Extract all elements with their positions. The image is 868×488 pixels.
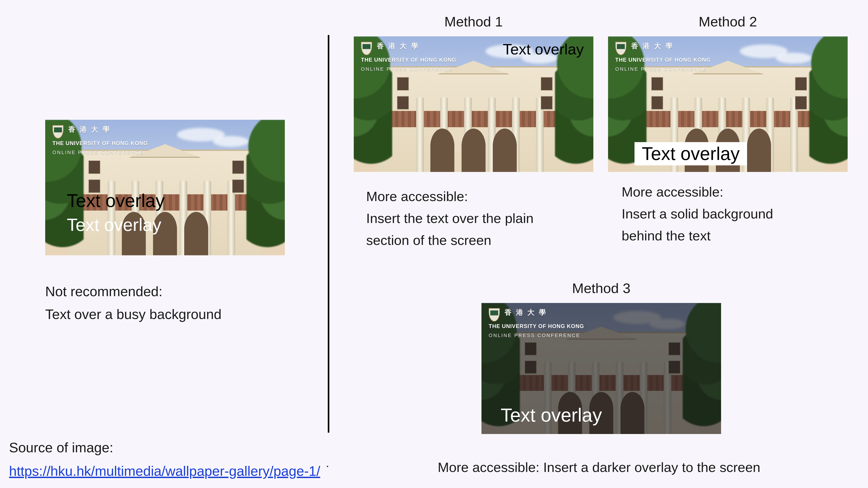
hku-badge: 香 港 大 學 THE UNIVERSITY OF HONG KONG ONLI… [53,125,148,156]
overlay-text-plain-section: Text overlay [503,40,584,58]
overlay-text-solid-bg: Text overlay [634,142,747,165]
badge-line1: 香 港 大 學 [68,125,111,133]
badge-line2: THE UNIVERSITY OF HONG KONG [53,140,148,146]
example-image-not-recommended: 香 港 大 學 THE UNIVERSITY OF HONG KONG ONLI… [45,120,285,255]
caption-line: section of the screen [366,229,593,251]
overlay-text-black: Text overlay [67,190,164,211]
caption-line: More accessible: [366,186,593,207]
caption-line: More accessible: [622,181,848,203]
badge-line3: ONLINE PRESS CONFERENCE [489,332,584,339]
caption-line: behind the text [622,225,848,247]
method-2-title: Method 2 [608,13,848,30]
source-label: Source of image: [9,436,331,459]
shield-icon [615,42,626,55]
shield-icon [489,308,500,322]
example-image-method-3: 香 港 大 學 THE UNIVERSITY OF HONG KONG ONLI… [482,303,721,434]
badge-line2: THE UNIVERSITY OF HONG KONG [361,57,456,63]
badge-line1: 香 港 大 學 [377,42,419,50]
shield-icon [361,42,372,55]
method-1-title: Method 1 [354,13,593,30]
method-3-block: Method 3 香 港 大 學 THE UNIVERSITY OF HONG … [482,280,721,434]
badge-line2: THE UNIVERSITY OF HONG KONG [615,57,711,63]
method-3-title: Method 3 [482,280,721,296]
method-1-caption: More accessible: Insert the text over th… [366,186,593,252]
badge-line3: ONLINE PRESS CONFERENCE [615,66,711,72]
caption-line: Text over a busy background [45,303,285,326]
caption-line: Insert the text over the plain [366,207,593,229]
badge-line3: ONLINE PRESS CONFERENCE [53,150,148,156]
badge-line2: THE UNIVERSITY OF HONG KONG [489,323,584,329]
method-2-block: Method 2 香 港 大 學 THE UNIVERSITY OF HONG … [608,13,848,247]
hku-badge: 香 港 大 學 THE UNIVERSITY OF HONG KONG ONLI… [489,308,584,339]
example-image-method-2: 香 港 大 學 THE UNIVERSITY OF HONG KONG ONLI… [608,36,848,172]
method-1-block: Method 1 香 港 大 學 THE UNIVERSITY OF HONG … [354,13,593,252]
badge-line1: 香 港 大 學 [504,308,547,316]
caption-line: Not recommended: [45,280,285,303]
badge-line1: 香 港 大 學 [631,42,674,50]
badge-line3: ONLINE PRESS CONFERENCE [361,66,456,72]
vertical-divider [328,35,329,433]
caption-line: Insert a solid background [622,203,848,225]
overlay-text-white: Text overlay [67,215,161,235]
source-trailing-mark: ˙ [326,463,331,479]
not-recommended-caption: Not recommended: Text over a busy backgr… [45,280,285,326]
example-image-method-1: 香 港 大 學 THE UNIVERSITY OF HONG KONG ONLI… [354,36,593,172]
hku-badge: 香 港 大 學 THE UNIVERSITY OF HONG KONG ONLI… [361,42,456,72]
source-block: Source of image: https://hku.hk/multimed… [9,436,331,483]
hku-badge: 香 港 大 學 THE UNIVERSITY OF HONG KONG ONLI… [615,42,711,72]
source-link[interactable]: https://hku.hk/multimedia/wallpaper-gall… [9,463,320,479]
shield-icon [53,125,64,138]
not-recommended-block: 香 港 大 學 THE UNIVERSITY OF HONG KONG ONLI… [45,120,285,326]
method-2-caption: More accessible: Insert a solid backgrou… [622,181,848,247]
overlay-text-dark-overlay: Text overlay [501,404,602,426]
method-3-caption: More accessible: Insert a darker overlay… [350,456,848,478]
